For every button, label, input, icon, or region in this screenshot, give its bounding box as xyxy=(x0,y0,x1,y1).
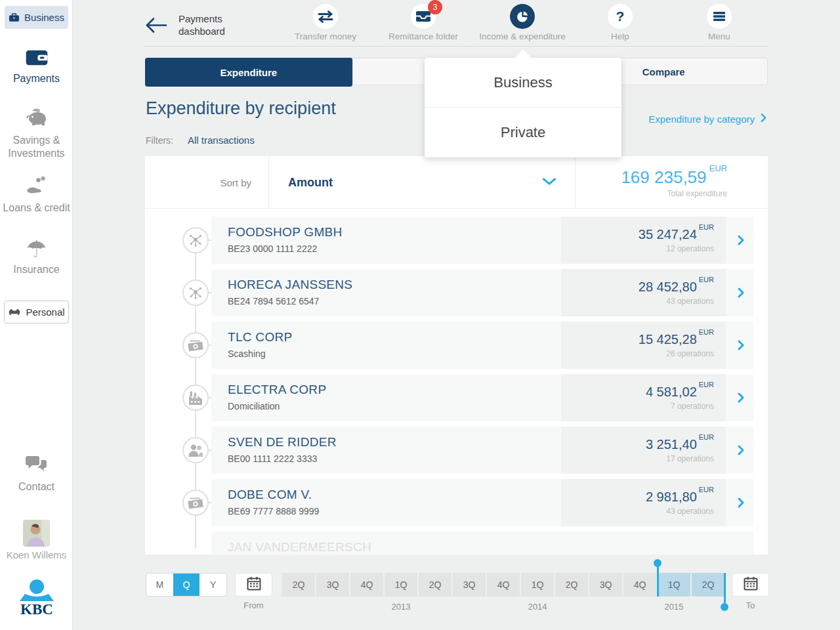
operations-count: 43 operations xyxy=(666,507,714,516)
amount-box: 4 581,02EUR 7 operations xyxy=(561,374,726,421)
back-title[interactable]: Payments dashboard xyxy=(178,12,257,37)
profile-switcher-business[interactable]: Business xyxy=(5,6,68,29)
recipient-row[interactable]: JAN VANDERMEERSCH xyxy=(211,532,753,555)
quarter-button[interactable]: 4Q xyxy=(623,573,656,597)
back-arrow-icon[interactable] xyxy=(145,17,167,36)
recipient-detail: BE69 7777 8888 9999 xyxy=(228,506,319,516)
topnav-item[interactable]: 3 Remittance folder xyxy=(374,4,472,41)
chevron-right-icon[interactable] xyxy=(738,445,744,458)
factory-icon xyxy=(182,385,209,411)
sort-by-label: Sort by xyxy=(145,156,269,209)
quarter-button[interactable]: 1Q 2013 xyxy=(385,573,417,597)
recipient-detail: BE00 1111 2222 3333 xyxy=(228,453,337,464)
recipient-row[interactable]: ELECTRA CORP Domiciliation 4 581,02EUR 7… xyxy=(211,374,753,421)
quarter-button[interactable]: 2Q xyxy=(282,573,315,597)
kbc-logo: KBC xyxy=(0,579,73,618)
chevron-right-icon[interactable] xyxy=(738,235,744,248)
recipient-row[interactable]: HORECA JANSSENS BE24 7894 5612 6547 28 4… xyxy=(211,269,753,316)
piggy-bank-icon xyxy=(0,107,73,131)
sort-select[interactable]: Amount xyxy=(270,156,576,209)
transfer-icon xyxy=(317,10,334,23)
sort-row: Sort by Amount 169 235,59EUR Total expen… xyxy=(145,156,768,209)
user-name: Koen Willems xyxy=(0,548,73,562)
inbox-icon xyxy=(415,10,431,23)
granularity-option[interactable]: M xyxy=(146,574,173,596)
range-slider-right-handle[interactable] xyxy=(721,573,728,611)
filters-value[interactable]: All transactions xyxy=(188,135,255,146)
quarter-button[interactable]: 4Q xyxy=(487,573,520,597)
chevron-down-icon xyxy=(542,177,556,188)
recipient-row[interactable]: TLC CORP Scashing 15 425,28EUR 26 operat… xyxy=(211,322,753,369)
quarter-button[interactable]: 4Q xyxy=(350,573,383,597)
pie-icon xyxy=(516,10,529,23)
filters-label: Filters: xyxy=(146,135,173,146)
quarter-button[interactable]: 3Q xyxy=(316,573,349,597)
dropdown-option[interactable]: Business xyxy=(425,58,621,108)
chevron-right-icon[interactable] xyxy=(738,392,744,406)
quarter-button[interactable]: 1Q 2014 xyxy=(521,573,554,597)
topnav-item[interactable]: Income & expenditure xyxy=(473,4,572,41)
currency-label: EUR xyxy=(699,486,714,494)
amount-box: 15 425,28EUR 26 operations xyxy=(561,322,726,369)
expenditure-by-category-link[interactable]: Expenditure by category xyxy=(648,113,766,125)
banknote-icon xyxy=(182,490,209,516)
sidebar-item[interactable]: ☂ Insurance xyxy=(0,238,73,276)
sidebar-item[interactable]: Payments xyxy=(0,49,73,85)
recipient-name: ELECTRA CORP xyxy=(228,383,326,397)
quarter-button[interactable]: 3Q xyxy=(453,573,486,597)
recipient-row[interactable]: FOODSHOP GMBH BE23 0000 1111 2222 35 247… xyxy=(211,217,753,264)
operations-count: 17 operations xyxy=(666,454,714,463)
period-selector: M Q Y From 2Q 3Q 4Q xyxy=(73,555,840,630)
filters-row: Filters:All transactions xyxy=(146,135,255,146)
recipient-detail: BE24 7894 5612 6547 xyxy=(228,296,352,306)
topnav-item[interactable]: Transfer money xyxy=(276,4,375,41)
chevron-right-icon[interactable] xyxy=(738,497,744,511)
sidebar: Business Payments Savings & Investments … xyxy=(0,0,73,630)
menu-icon xyxy=(713,11,726,22)
quarter-button[interactable]: 3Q xyxy=(589,573,622,597)
amount-box: 2 981,80EUR 43 operations xyxy=(561,479,726,526)
quarter-button[interactable]: 1Q 2015 xyxy=(658,573,690,597)
recipient-amount: 15 425,28EUR xyxy=(639,332,714,347)
page-title: Expenditure by recipient xyxy=(146,98,336,119)
currency-label: EUR xyxy=(699,433,714,441)
sidebar-item-contact[interactable]: Contact xyxy=(0,455,73,494)
personal-profile-button[interactable]: Personal xyxy=(4,301,69,324)
granularity-option[interactable]: Y xyxy=(200,574,226,596)
sidebar-item[interactable]: Loans & credit xyxy=(0,176,73,215)
recipient-amount: 3 251,40EUR xyxy=(646,437,714,452)
currency-label: EUR xyxy=(699,328,714,336)
quarter-button[interactable]: 2Q xyxy=(692,573,724,597)
chevron-right-icon[interactable] xyxy=(738,287,744,301)
topnav-item[interactable]: Menu xyxy=(670,4,768,41)
kbc-business-app: Business Payments Savings & Investments … xyxy=(0,0,840,630)
amount-box: 28 452,80EUR 43 operations xyxy=(561,269,726,316)
year-label: 2013 xyxy=(385,602,417,612)
granularity-switch: M Q Y xyxy=(146,573,227,597)
calendar-icon xyxy=(247,576,261,593)
expenditure-card: Sort by Amount 169 235,59EUR Total expen… xyxy=(145,156,768,555)
recipient-row[interactable]: DOBE COM V. BE69 7777 8888 9999 2 981,80… xyxy=(211,479,753,526)
recipient-name: JAN VANDERMEERSCH xyxy=(228,540,371,555)
granularity-option[interactable]: Q xyxy=(173,574,200,596)
topnav-item[interactable]: ? Help xyxy=(571,4,669,41)
profile-badge-label: Business xyxy=(24,12,64,23)
tab[interactable]: Expenditure xyxy=(145,58,353,87)
recipient-row[interactable]: SVEN DE RIDDER BE00 1111 2222 3333 3 251… xyxy=(211,427,753,474)
range-slider-left-handle[interactable] xyxy=(654,559,662,597)
dropdown-option[interactable]: Private xyxy=(425,108,621,158)
to-date-button[interactable] xyxy=(732,573,769,597)
recipient-amount: 35 247,24EUR xyxy=(639,227,714,242)
user-avatar[interactable] xyxy=(23,520,50,547)
sidebar-item[interactable]: Savings & Investments xyxy=(0,107,73,160)
quarter-button[interactable]: 2Q xyxy=(419,573,452,597)
recipient-name: FOODSHOP GMBH xyxy=(228,225,343,240)
quarter-button[interactable]: 2Q xyxy=(555,573,588,597)
from-date-button[interactable] xyxy=(235,573,272,597)
sort-selected-value: Amount xyxy=(288,176,542,190)
recipient-list: FOODSHOP GMBH BE23 0000 1111 2222 35 247… xyxy=(211,217,753,555)
total-caption: Total expenditure xyxy=(667,189,727,198)
operations-count: 43 operations xyxy=(666,297,714,306)
chevron-right-icon[interactable] xyxy=(738,340,744,353)
svg-text:KBC: KBC xyxy=(20,601,53,616)
